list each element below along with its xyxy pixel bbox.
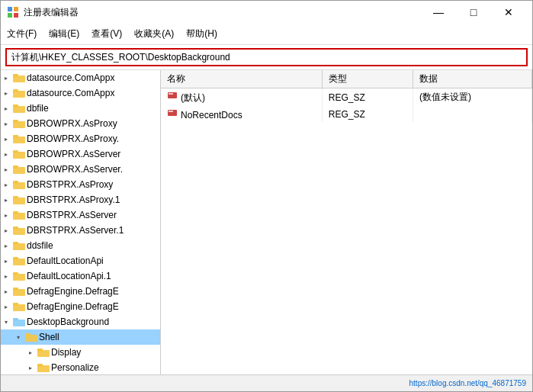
expand-icon[interactable] bbox=[25, 347, 36, 358]
tree-item[interactable]: DBRSTPRX.AsServer.1 bbox=[1, 223, 160, 238]
expand-icon[interactable] bbox=[1, 164, 11, 175]
svg-rect-29 bbox=[13, 257, 18, 260]
svg-rect-7 bbox=[13, 89, 18, 92]
svg-rect-0 bbox=[8, 7, 12, 11]
tree-item[interactable]: DefaultLocationApi bbox=[1, 253, 160, 268]
tree-item[interactable]: DBROWPRX.AsProxy bbox=[1, 116, 160, 131]
svg-rect-43 bbox=[37, 364, 43, 367]
cell-name: NoRecentDocs bbox=[161, 106, 322, 122]
folder-icon bbox=[13, 271, 25, 281]
tree-item[interactable]: DBROWPRX.AsProxy. bbox=[1, 131, 160, 146]
default-value-icon bbox=[167, 90, 178, 101]
svg-rect-15 bbox=[13, 150, 18, 153]
tree-item[interactable]: DBRSTPRX.AsProxy.1 bbox=[1, 192, 160, 207]
folder-icon bbox=[13, 255, 25, 266]
expand-icon[interactable] bbox=[1, 210, 11, 220]
svg-rect-27 bbox=[13, 242, 18, 245]
expand-icon[interactable] bbox=[1, 179, 11, 190]
string-value-icon bbox=[167, 108, 178, 118]
tree-item-label: DBRSTPRX.AsProxy bbox=[27, 179, 113, 190]
folder-icon bbox=[13, 164, 25, 175]
expand-icon[interactable] bbox=[1, 286, 11, 297]
tree-item-label: DefragEngine.DefragE bbox=[27, 286, 119, 297]
menu-item[interactable]: 帮助(H) bbox=[180, 25, 223, 43]
expand-icon[interactable] bbox=[1, 301, 11, 312]
tree-item[interactable]: Shell bbox=[1, 329, 160, 345]
expand-icon[interactable] bbox=[1, 255, 11, 266]
address-bar[interactable]: 计算机\HKEY_CLASSES_ROOT\DesktopBackground bbox=[5, 48, 528, 66]
expand-icon[interactable] bbox=[1, 225, 11, 236]
svg-rect-19 bbox=[13, 181, 18, 184]
table-row[interactable]: (默认)REG_SZ(数值未设置) bbox=[161, 88, 532, 107]
expand-icon[interactable] bbox=[1, 316, 11, 327]
tree-item[interactable]: DBROWPRX.AsServer bbox=[1, 146, 160, 162]
expand-icon[interactable] bbox=[1, 72, 11, 83]
tree-item-label: DBROWPRX.AsProxy. bbox=[27, 133, 119, 144]
svg-rect-11 bbox=[13, 120, 18, 123]
tree-item-label: dbfile bbox=[27, 103, 49, 114]
tree-item[interactable]: Personalize bbox=[1, 360, 160, 374]
folder-icon bbox=[13, 72, 25, 83]
col-type: 类型 bbox=[322, 70, 413, 88]
expand-icon[interactable] bbox=[1, 118, 11, 129]
tree-item-label: DBROWPRX.AsServer bbox=[27, 149, 120, 159]
tree-item-label: DefragEngine.DefragE bbox=[27, 301, 119, 312]
tree-item[interactable]: DefaultLocationApi.1 bbox=[1, 268, 160, 284]
tree-item[interactable]: DefragEngine.DefragE bbox=[1, 299, 160, 314]
tree-item[interactable]: datasource.ComAppx bbox=[1, 85, 160, 101]
svg-rect-39 bbox=[25, 333, 31, 336]
expand-icon[interactable] bbox=[1, 240, 11, 251]
expand-icon[interactable] bbox=[1, 133, 11, 144]
expand-icon[interactable] bbox=[1, 149, 11, 159]
svg-rect-33 bbox=[13, 288, 18, 291]
tree-item-label: Shell bbox=[39, 332, 59, 342]
title-controls: — □ ✕ bbox=[421, 1, 526, 24]
svg-rect-21 bbox=[13, 196, 18, 199]
menu-item[interactable]: 文件(F) bbox=[1, 25, 43, 43]
tree-item[interactable]: DBRSTPRX.AsServer bbox=[1, 207, 160, 223]
menu-item[interactable]: 编辑(E) bbox=[43, 25, 85, 43]
folder-icon bbox=[13, 88, 25, 98]
folder-icon bbox=[37, 347, 50, 358]
table-row[interactable]: NoRecentDocsREG_SZ bbox=[161, 106, 532, 122]
tree-item[interactable]: dbfile bbox=[1, 101, 160, 116]
svg-rect-41 bbox=[37, 349, 43, 352]
tree-item[interactable]: ddsfile bbox=[1, 238, 160, 253]
menu-item[interactable]: 查看(V) bbox=[85, 25, 128, 43]
folder-icon bbox=[13, 103, 25, 114]
menu-item[interactable]: 收藏夹(A) bbox=[128, 25, 180, 43]
folder-icon bbox=[13, 118, 25, 129]
minimize-button[interactable]: — bbox=[421, 1, 456, 24]
tree-item[interactable]: DBROWPRX.AsServer. bbox=[1, 162, 160, 177]
tree-item[interactable]: datasource.ComAppx bbox=[1, 70, 160, 85]
registry-table: 名称 类型 数据 (默认)REG_SZ(数值未设置) NoRecentDocsR… bbox=[161, 70, 532, 122]
tree-item-label: DefaultLocationApi.1 bbox=[27, 271, 111, 281]
expand-icon[interactable] bbox=[1, 194, 11, 205]
svg-rect-5 bbox=[13, 74, 18, 77]
folder-icon bbox=[13, 225, 25, 236]
tree-item-label: DBRSTPRX.AsProxy.1 bbox=[27, 194, 120, 205]
maximize-button[interactable]: □ bbox=[456, 1, 491, 24]
svg-rect-31 bbox=[13, 272, 18, 275]
svg-rect-1 bbox=[14, 7, 18, 11]
expand-icon[interactable] bbox=[1, 88, 11, 98]
tree-item[interactable]: Display bbox=[1, 345, 160, 360]
svg-rect-35 bbox=[13, 303, 18, 306]
cell-type: REG_SZ bbox=[322, 106, 413, 122]
col-name: 名称 bbox=[161, 70, 322, 88]
tree-item[interactable]: DesktopBackground bbox=[1, 314, 160, 329]
folder-icon bbox=[13, 316, 25, 327]
status-bar: https://blog.csdn.net/qq_46871759 bbox=[1, 374, 532, 391]
tree-item[interactable]: DefragEngine.DefragE bbox=[1, 284, 160, 299]
title-bar: 注册表编辑器 — □ ✕ bbox=[1, 1, 532, 24]
expand-icon[interactable] bbox=[1, 271, 11, 281]
svg-rect-13 bbox=[13, 135, 18, 138]
close-button[interactable]: ✕ bbox=[491, 1, 526, 24]
expand-icon[interactable] bbox=[1, 103, 11, 114]
tree-item-label: DesktopBackground bbox=[27, 316, 109, 327]
tree-panel[interactable]: datasource.ComAppx datasource.ComAppx db… bbox=[1, 70, 161, 374]
tree-item[interactable]: DBRSTPRX.AsProxy bbox=[1, 177, 160, 192]
tree-item-label: ddsfile bbox=[27, 240, 53, 251]
expand-icon[interactable] bbox=[25, 362, 36, 373]
expand-icon[interactable] bbox=[13, 332, 24, 342]
